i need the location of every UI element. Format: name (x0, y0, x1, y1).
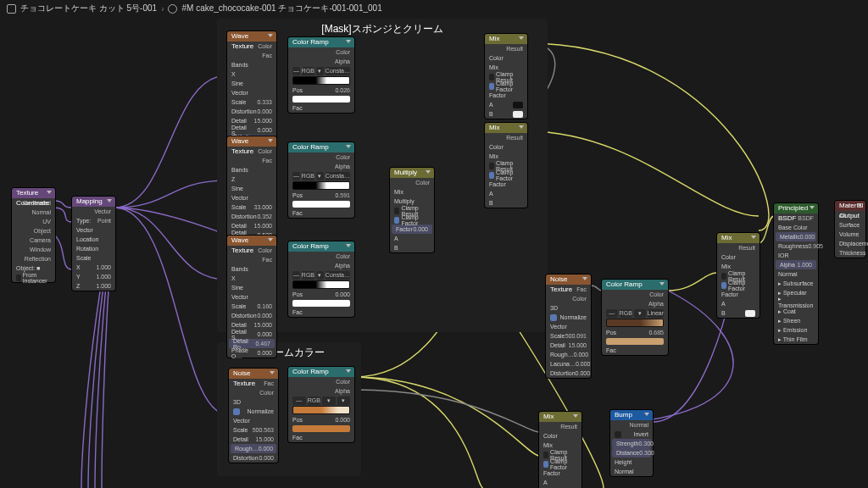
node-texture-coordinate[interactable]: Texture Coordinate Generated Normal UV O… (12, 188, 55, 282)
chevron-right-icon: › (161, 4, 164, 14)
gradient-bar[interactable] (292, 181, 350, 190)
node-header[interactable]: Mix (485, 34, 527, 44)
collapse-icon[interactable] (426, 170, 431, 174)
collapse-icon[interactable] (346, 369, 351, 373)
swatch[interactable] (292, 300, 350, 307)
collapse-icon[interactable] (582, 277, 587, 280)
node-noise-texture[interactable]: Noise Texture Fac Color 3D Normalize Vec… (229, 369, 278, 463)
crumb-object[interactable]: チョコレートケーキ カット 5号-001 (20, 3, 157, 14)
collapse-icon[interactable] (573, 414, 578, 418)
node-header[interactable]: Bump (610, 410, 653, 420)
node-header[interactable]: Mix (539, 412, 581, 422)
node-mix[interactable]: Mix Result Color Mix Clamp Result Clamp … (485, 34, 527, 119)
socket: Normal (12, 208, 55, 217)
checkbox-icon[interactable] (721, 282, 726, 289)
gradient-bar[interactable] (292, 280, 350, 289)
collapse-icon[interactable] (659, 282, 665, 286)
node-mix[interactable]: Mix Result Color Mix Clamp Result Clamp … (485, 123, 527, 208)
checkbox-icon[interactable] (16, 274, 21, 281)
node-header[interactable]: Material Output (835, 201, 865, 211)
breadcrumb: チョコレートケーキ カット 5号-001 › #M cake_chococake… (7, 3, 382, 14)
node-header[interactable]: Principled BSDF (774, 203, 818, 214)
swatch[interactable] (292, 96, 350, 103)
node-header[interactable]: Multiply (390, 168, 434, 178)
node-header[interactable]: Mapping (72, 197, 115, 207)
collapse-icon[interactable] (268, 34, 273, 37)
collapse-icon[interactable] (810, 206, 815, 209)
gradient-bar[interactable] (292, 76, 350, 85)
collapse-icon[interactable] (107, 199, 112, 202)
node-editor[interactable]: チョコレートケーキ カット 5号-001 › #M cake_chococake… (0, 0, 868, 488)
node-header[interactable]: Wave Texture (227, 136, 276, 147)
socket: Camera (12, 236, 55, 245)
collapse-icon[interactable] (346, 145, 351, 148)
checkbox-icon[interactable] (394, 208, 399, 214)
node-bump[interactable]: Bump Normal Invert Strength0.300 Distanc… (610, 410, 653, 476)
socket: UV (12, 217, 55, 226)
swatch[interactable] (292, 425, 350, 432)
collapse-icon[interactable] (857, 203, 862, 207)
node-mapping[interactable]: Mapping Vector Type:Point Vector Locatio… (72, 197, 115, 291)
material-icon (168, 4, 177, 14)
collapse-icon[interactable] (644, 413, 649, 416)
collapse-icon[interactable] (751, 236, 756, 239)
socket: Reflection (12, 254, 55, 263)
node-header[interactable]: Mix (717, 233, 760, 243)
node-header[interactable]: Wave Texture (227, 236, 276, 246)
node-header[interactable]: Texture Coordinate (12, 188, 55, 198)
checkbox-icon[interactable] (550, 314, 557, 321)
swatch[interactable] (292, 201, 350, 208)
node-wave-texture[interactable]: Wave Texture Color Fac Bands X Sine Vect… (227, 236, 276, 358)
checkbox-icon[interactable] (721, 273, 726, 280)
checkbox-icon[interactable] (489, 74, 494, 80)
collapse-icon[interactable] (270, 371, 275, 374)
collapse-icon[interactable] (519, 36, 524, 40)
node-wave-texture[interactable]: Wave Texture Color Fac Bands X Sine Vect… (227, 31, 276, 153)
node-header[interactable]: Wave Texture (227, 31, 276, 42)
checkbox-icon[interactable] (489, 163, 494, 169)
checkbox-icon[interactable] (394, 217, 399, 224)
node-header[interactable]: Noise Texture (229, 369, 278, 379)
node-header[interactable]: Color Ramp (288, 37, 354, 47)
gradient-bar[interactable] (606, 319, 664, 327)
node-mix[interactable]: Mix Result Color Mix Clamp Result Clamp … (539, 412, 581, 488)
object-icon (7, 4, 16, 14)
checkbox-icon[interactable] (489, 83, 494, 90)
node-material-output[interactable]: Material Output All Surface Volume Displ… (835, 201, 865, 258)
collapse-icon[interactable] (346, 40, 351, 43)
node-mix[interactable]: Mix Result Color Mix Clamp Result Clamp … (717, 233, 760, 318)
swatch[interactable] (606, 338, 664, 345)
socket: Object (12, 226, 55, 236)
checkbox-icon[interactable] (543, 461, 548, 468)
collapse-icon[interactable] (268, 238, 273, 241)
node-header[interactable]: Color Ramp (288, 241, 354, 252)
socket: Window (12, 245, 55, 254)
node-color-ramp[interactable]: Color Ramp Color Alpha —RGB▾Linear Pos0.… (602, 280, 668, 355)
node-principled-bsdf[interactable]: Principled BSDF BSDF Base Color Metallic… (774, 203, 818, 344)
node-noise-texture[interactable]: Noise Texture Fac Color 3D Normalize Vec… (546, 274, 591, 378)
node-header[interactable]: Color Ramp (602, 280, 668, 290)
checkbox-icon[interactable] (543, 452, 548, 458)
checkbox-icon[interactable] (233, 408, 240, 415)
node-header[interactable]: Mix (485, 123, 527, 133)
node-header[interactable]: Noise Texture (546, 274, 591, 285)
collapse-icon[interactable] (47, 191, 52, 194)
node-header[interactable]: Color Ramp (288, 367, 354, 377)
node-header[interactable]: Color Ramp (288, 142, 354, 152)
collapse-icon[interactable] (519, 125, 524, 129)
node-color-ramp[interactable]: Color Ramp Color Alpha —RGB▾Consta… Pos0… (288, 142, 354, 218)
prop: From Instancer (12, 273, 55, 282)
node-multiply[interactable]: Multiply Color Mix Multiply Clamp Result… (390, 168, 434, 252)
node-color-ramp[interactable]: Color Ramp Color Alpha —RGB▾Consta… Pos0… (288, 241, 354, 317)
crumb-material[interactable]: #M cake_chococake-001 チョコケーキ-001-001_001 (181, 3, 381, 14)
collapse-icon[interactable] (346, 244, 351, 247)
node-color-ramp[interactable]: Color Ramp Color Alpha —RGB▾▾ Pos0.000 F… (288, 367, 354, 442)
node-color-ramp[interactable]: Color Ramp Color Alpha —RGB▾Consta… Pos0… (288, 37, 354, 113)
checkbox-icon[interactable] (615, 431, 621, 438)
gradient-bar[interactable] (292, 406, 350, 414)
checkbox-icon[interactable] (489, 172, 494, 179)
collapse-icon[interactable] (268, 139, 273, 142)
